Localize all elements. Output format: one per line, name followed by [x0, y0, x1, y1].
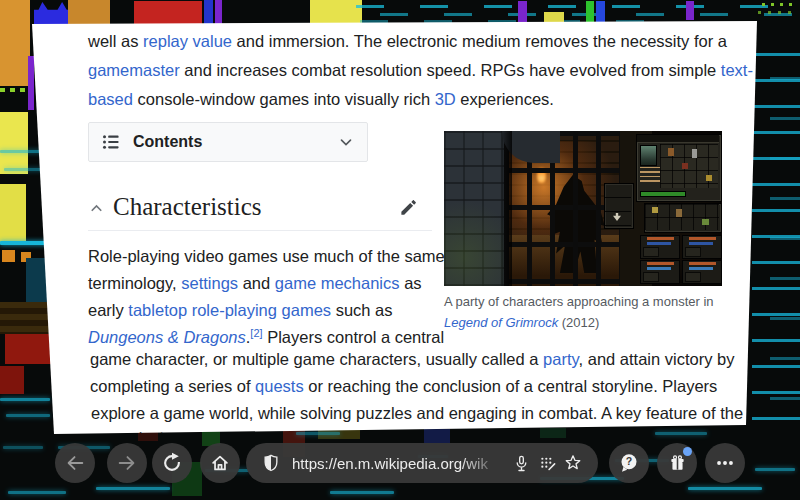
glitch-cyan-streak	[6, 414, 50, 417]
text-segment: and immersion. The electronic medium rem…	[232, 32, 727, 50]
help-glyph: ?	[626, 455, 632, 467]
contents-label: Contents	[133, 133, 337, 151]
glitch-orange-square	[2, 250, 15, 262]
link[interactable]: gamemaster	[88, 61, 180, 79]
chevron-up-icon[interactable]	[88, 200, 105, 217]
link[interactable]: text-	[721, 61, 753, 79]
text-segment: or reaching the conclusion of a central …	[304, 377, 718, 395]
glitch-cyan-dashes	[356, 5, 796, 8]
caption-line: Legend of Grimrock (2012)	[444, 312, 599, 333]
text-segment: early	[88, 301, 128, 319]
text-segment: console-window games into visually rich	[133, 90, 435, 108]
game-weapon-slot	[643, 247, 659, 257]
text-line: well as replay value and immersion. The …	[88, 27, 727, 56]
link[interactable]: replay value	[143, 32, 232, 50]
more-menu-button[interactable]	[705, 443, 745, 483]
link[interactable]: party	[543, 350, 578, 368]
glitch-cat-shape	[34, 2, 72, 24]
text-line: completing a series of quests or reachin…	[90, 373, 717, 400]
game-energy-bar	[689, 267, 713, 270]
text-line: explore a game world, while solving puzz…	[91, 400, 743, 427]
thumbnail-legend-of-grimrock[interactable]	[444, 131, 722, 286]
game-weapon-slot	[685, 247, 701, 257]
game-weapon-slot	[643, 272, 659, 282]
url-bar[interactable]: https://en.m.wikipedia.org/wik	[246, 443, 598, 483]
text-segment: completing a series of	[90, 377, 255, 395]
glitch-purple-strip	[215, 0, 222, 26]
game-item	[682, 163, 688, 169]
microphone-icon[interactable]	[508, 454, 534, 473]
glitch-yellow-block	[0, 112, 28, 174]
notification-badge	[683, 447, 692, 456]
screen: well as replay value and immersion. The …	[0, 0, 800, 500]
link[interactable]: game mechanics	[275, 274, 400, 292]
text-line: early tabletop role-playing games such a…	[88, 297, 393, 324]
text-segment: experiences.	[456, 90, 554, 108]
reload-button[interactable]	[152, 443, 192, 483]
glitch-cyan-streak	[655, 432, 707, 435]
text-line: game character, or multiple game charact…	[90, 346, 734, 373]
text-line: based console-window games into visually…	[88, 85, 554, 114]
text-segment: well as	[88, 32, 143, 50]
link[interactable]: Dungeons & Dragons	[88, 328, 246, 346]
glitch-red-patch	[5, 334, 51, 364]
link[interactable]: based	[88, 90, 133, 108]
text-segment: and increases combat resolution speed. R…	[180, 61, 721, 79]
glitch-green-dots	[762, 3, 796, 6]
forward-button[interactable]	[107, 443, 147, 483]
keypad-icon[interactable]	[534, 454, 560, 473]
game-weapon-slot	[685, 272, 701, 282]
contents-dropdown[interactable]: Contents	[88, 122, 368, 162]
glitch-blue-strip	[204, 0, 213, 26]
text-segment: , and attain victory by	[579, 350, 735, 368]
gift-button[interactable]	[657, 443, 697, 483]
glitch-green-strip	[586, 1, 594, 22]
game-item	[692, 149, 697, 158]
text-segment: Players control a central	[263, 328, 445, 346]
glitch-cyan-streak	[4, 168, 44, 171]
section-heading: Characteristics	[88, 192, 432, 231]
glitch-cyan-streak	[296, 432, 340, 435]
bookmark-star-icon[interactable]	[560, 453, 586, 473]
browser-page: well as replay value and immersion. The …	[0, 0, 800, 500]
glitch-blue-strip	[596, 1, 605, 22]
home-button[interactable]	[200, 443, 240, 483]
game-health-bar	[647, 237, 674, 240]
game-sheet-titlebar	[637, 135, 719, 143]
list-bullet-icon	[101, 132, 121, 152]
url-text: https://en.m.wikipedia.org/wik	[292, 455, 508, 472]
text-line: terminology, settings and game mechanics…	[88, 270, 422, 297]
glitch-orange-block	[68, 0, 110, 26]
link[interactable]: tabletop role-playing games	[128, 301, 331, 319]
game-arch-shadow	[500, 131, 512, 286]
text-segment: (2012)	[558, 315, 599, 330]
back-button[interactable]	[55, 443, 95, 483]
chevron-down-icon	[337, 133, 355, 151]
text-segment: terminology,	[88, 274, 181, 292]
section-title: Characteristics	[113, 192, 399, 222]
shield-icon[interactable]	[258, 453, 284, 473]
game-item	[706, 175, 712, 181]
glitch-cyan-streak-column	[770, 40, 800, 420]
text-line: gamemaster and increases combat resoluti…	[88, 56, 753, 85]
link[interactable]: 3D	[435, 90, 456, 108]
text-segment: and	[238, 274, 275, 292]
edit-pencil-icon[interactable]	[399, 198, 418, 217]
link[interactable]: Legend of Grimrock	[444, 315, 558, 330]
game-item	[676, 209, 682, 217]
glitch-yellow-block	[0, 184, 26, 242]
link[interactable]: [2]	[250, 327, 262, 339]
game-item	[668, 148, 674, 156]
browser-toolbar: https://en.m.wikipedia.org/wik ?	[0, 438, 800, 500]
link[interactable]: quests	[255, 377, 304, 395]
glitch-purple-strip	[686, 1, 694, 20]
game-health-bar	[689, 262, 716, 265]
game-energy-bar	[689, 242, 713, 245]
help-button[interactable]: ?	[609, 443, 649, 483]
glitch-cyan-streak	[0, 398, 50, 401]
text-segment: A party of characters approaching a mons…	[444, 294, 714, 309]
text-segment: explore a game world, while solving puzz…	[91, 404, 743, 422]
link[interactable]: settings	[181, 274, 238, 292]
glitch-orange-block	[0, 0, 30, 86]
glitch-purple-strip	[518, 1, 527, 22]
